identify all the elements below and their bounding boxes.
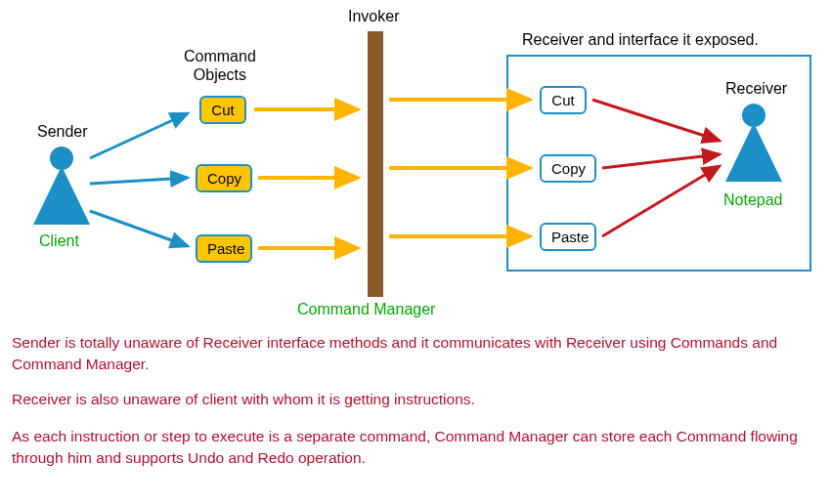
description-2: Receiver is also unaware of client with …	[12, 389, 819, 410]
command-manager-label: Command Manager	[297, 301, 435, 318]
receiver-interface-label: Receiver and interface it exposed.	[522, 31, 759, 49]
svg-line-6	[90, 211, 188, 246]
notepad-label: Notepad	[723, 191, 783, 209]
command-paste-box: Paste	[196, 234, 252, 263]
svg-line-4	[90, 113, 188, 158]
client-label: Client	[39, 232, 79, 250]
svg-marker-1	[33, 166, 90, 225]
svg-marker-3	[725, 123, 782, 182]
sender-label: Sender	[37, 123, 88, 141]
command-cut-box: Cut	[199, 96, 246, 124]
description-3: As each instruction or step to execute i…	[12, 426, 819, 470]
description-1: Sender is totally unaware of Receiver in…	[12, 332, 819, 376]
invoker-label: Invoker	[348, 8, 399, 25]
receiver-cut-box: Cut	[540, 86, 587, 114]
receiver-figure	[720, 102, 788, 188]
invoker-bar	[368, 31, 383, 297]
receiver-copy-box: Copy	[540, 154, 596, 183]
svg-line-5	[90, 178, 188, 184]
receiver-paste-box: Paste	[540, 223, 596, 251]
command-copy-box: Copy	[196, 164, 252, 192]
sender-figure	[27, 145, 96, 231]
command-objects-label: Command Objects	[184, 47, 256, 84]
